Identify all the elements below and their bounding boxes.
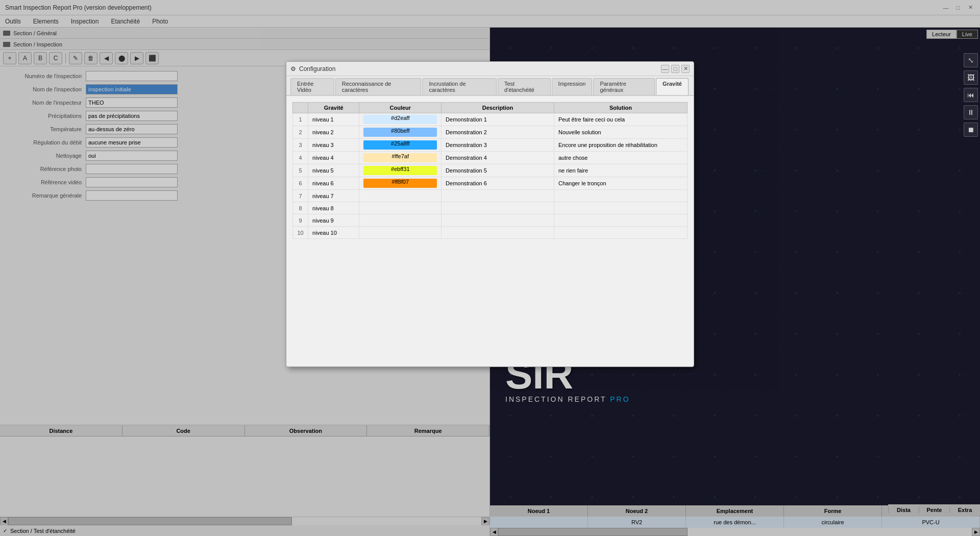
gravity-couleur-2[interactable]: #80beff: [359, 126, 442, 139]
gravity-solution-2[interactable]: Nouvelle solution: [554, 126, 687, 139]
gravity-description-9[interactable]: [442, 214, 554, 227]
gravity-table-body: 1niveau 1#d2eaffDemonstration 1Peut être…: [293, 113, 688, 239]
gravity-solution-10[interactable]: [554, 227, 687, 239]
modal-minimize[interactable]: —: [661, 65, 669, 73]
gravity-num-2: 2: [293, 126, 308, 139]
th-description: Description: [442, 103, 554, 113]
gravity-num-6: 6: [293, 177, 308, 190]
modal-title: ⚙ Configuration: [290, 65, 335, 72]
gravity-row-3[interactable]: 3niveau 3#25a8ffDemonstration 3Encore un…: [293, 139, 688, 152]
gravity-row-4[interactable]: 4niveau 4#ffe7afDemonstration 4autre cho…: [293, 152, 688, 164]
gravity-solution-4[interactable]: autre chose: [554, 152, 687, 164]
gravity-header-row: Gravité Couleur Description Solution: [293, 103, 688, 113]
gravity-gravite-3[interactable]: niveau 3: [308, 139, 359, 152]
gravity-gravite-10[interactable]: niveau 10: [308, 227, 359, 239]
gravity-num-7: 7: [293, 190, 308, 202]
th-solution: Solution: [554, 103, 687, 113]
gravity-solution-5[interactable]: ne rien faire: [554, 164, 687, 177]
gravity-row-1[interactable]: 1niveau 1#d2eaffDemonstration 1Peut être…: [293, 113, 688, 126]
gravity-row-7[interactable]: 7niveau 7: [293, 190, 688, 202]
gravity-num-5: 5: [293, 164, 308, 177]
tab-incrustation[interactable]: Incrustation de caractères: [422, 78, 497, 95]
modal-title-text: Configuration: [299, 65, 335, 72]
color-swatch-2: #80beff: [363, 128, 437, 137]
gravity-couleur-1[interactable]: #d2eaff: [359, 113, 442, 126]
th-couleur: Couleur: [359, 103, 442, 113]
gravity-num-1: 1: [293, 113, 308, 126]
gravity-description-2[interactable]: Demonstration 2: [442, 126, 554, 139]
gravity-table-head: Gravité Couleur Description Solution: [293, 103, 688, 113]
gravity-couleur-5[interactable]: #ebff31: [359, 164, 442, 177]
gravity-row-6[interactable]: 6niveau 6#ff8f07Demonstration 6Changer l…: [293, 177, 688, 190]
tab-gravite[interactable]: Gravité: [656, 78, 689, 95]
gravity-couleur-8[interactable]: [359, 202, 442, 214]
color-swatch-5: #ebff31: [363, 166, 437, 175]
gravity-description-3[interactable]: Demonstration 3: [442, 139, 554, 152]
tab-impression[interactable]: Impression: [552, 78, 593, 95]
gravity-description-8[interactable]: [442, 202, 554, 214]
gravity-num-10: 10: [293, 227, 308, 239]
gravity-row-8[interactable]: 8niveau 8: [293, 202, 688, 214]
th-num: [293, 103, 308, 113]
gravity-solution-8[interactable]: [554, 202, 687, 214]
gravity-row-9[interactable]: 9niveau 9: [293, 214, 688, 227]
gravity-solution-1[interactable]: Peut être faire ceci ou cela: [554, 113, 687, 126]
gravity-gravite-7[interactable]: niveau 7: [308, 190, 359, 202]
gravity-gravite-1[interactable]: niveau 1: [308, 113, 359, 126]
color-swatch-6: #ff8f07: [363, 179, 437, 188]
modal-titlebar: ⚙ Configuration — □ ✕: [286, 62, 694, 76]
gravity-gravite-8[interactable]: niveau 8: [308, 202, 359, 214]
gravity-couleur-10[interactable]: [359, 227, 442, 239]
gravity-couleur-4[interactable]: #ffe7af: [359, 152, 442, 164]
gravity-num-8: 8: [293, 202, 308, 214]
gravity-row-2[interactable]: 2niveau 2#80beffDemonstration 2Nouvelle …: [293, 126, 688, 139]
gravity-description-1[interactable]: Demonstration 1: [442, 113, 554, 126]
gravity-description-6[interactable]: Demonstration 6: [442, 177, 554, 190]
gravity-row-10[interactable]: 10niveau 10: [293, 227, 688, 239]
gravity-description-7[interactable]: [442, 190, 554, 202]
gravity-solution-3[interactable]: Encore une proposition de réhabilitation: [554, 139, 687, 152]
gravity-couleur-9[interactable]: [359, 214, 442, 227]
tab-reconnaissance[interactable]: Reconnaissance de caractères: [335, 78, 422, 95]
gravity-gravite-5[interactable]: niveau 5: [308, 164, 359, 177]
gravity-description-5[interactable]: Demonstration 5: [442, 164, 554, 177]
configuration-modal: ⚙ Configuration — □ ✕ Entrée Vidéo Recon…: [286, 61, 694, 367]
th-gravite: Gravité: [308, 103, 359, 113]
gravity-row-5[interactable]: 5niveau 5#ebff31Demonstration 5ne rien f…: [293, 164, 688, 177]
modal-tab-bar: Entrée Vidéo Reconnaissance de caractère…: [286, 76, 694, 96]
modal-content: Gravité Couleur Description Solution 1ni…: [286, 96, 694, 367]
modal-close[interactable]: ✕: [681, 65, 690, 73]
tab-parametre-generaux[interactable]: Paramètre généraux: [593, 78, 655, 95]
gravity-couleur-7[interactable]: [359, 190, 442, 202]
color-swatch-3: #25a8ff: [363, 140, 437, 150]
modal-overlay: ⚙ Configuration — □ ✕ Entrée Vidéo Recon…: [0, 0, 980, 536]
tab-test-etancheite[interactable]: Test d'étanchéité: [498, 78, 551, 95]
gravity-description-10[interactable]: [442, 227, 554, 239]
gravity-num-4: 4: [293, 152, 308, 164]
gravity-solution-6[interactable]: Changer le tronçon: [554, 177, 687, 190]
modal-controls: — □ ✕: [661, 65, 690, 73]
modal-icon: ⚙: [290, 65, 296, 72]
color-swatch-1: #d2eaff: [363, 115, 437, 124]
tab-entree-video[interactable]: Entrée Vidéo: [290, 78, 334, 95]
gravity-gravite-4[interactable]: niveau 4: [308, 152, 359, 164]
gravity-num-3: 3: [293, 139, 308, 152]
gravity-solution-7[interactable]: [554, 190, 687, 202]
gravity-description-4[interactable]: Demonstration 4: [442, 152, 554, 164]
gravity-couleur-3[interactable]: #25a8ff: [359, 139, 442, 152]
color-swatch-4: #ffe7af: [363, 153, 437, 162]
gravity-gravite-6[interactable]: niveau 6: [308, 177, 359, 190]
gravity-gravite-9[interactable]: niveau 9: [308, 214, 359, 227]
gravity-table: Gravité Couleur Description Solution 1ni…: [292, 102, 688, 239]
gravity-couleur-6[interactable]: #ff8f07: [359, 177, 442, 190]
gravity-gravite-2[interactable]: niveau 2: [308, 126, 359, 139]
gravity-num-9: 9: [293, 214, 308, 227]
gravity-solution-9[interactable]: [554, 214, 687, 227]
modal-maximize[interactable]: □: [671, 65, 679, 73]
